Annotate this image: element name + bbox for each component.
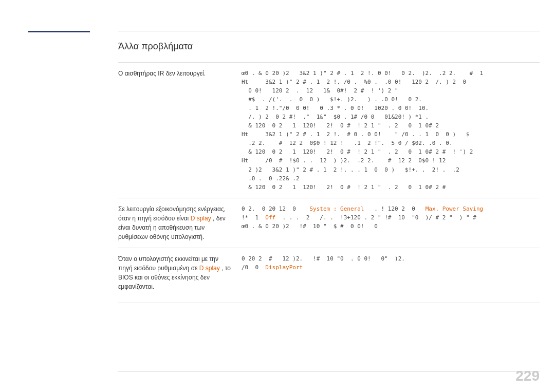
max-power-saving-highlight: Max. Power Saving	[425, 206, 484, 212]
issue-description-boot: Όταν ο υπολογιστής εκκινείται με την πηγ…	[118, 254, 242, 291]
displayport-highlight: DisplayPort	[265, 264, 303, 271]
issue-row-ir: Ο αισθητήρας IR δεν λειτουργεί. œ0 . & 0…	[118, 62, 540, 198]
issue-row-boot: Όταν ο υπολογιστής εκκινείται με την πηγ…	[118, 248, 540, 297]
top-rule	[118, 31, 540, 31]
system-general-highlight: System : General	[309, 206, 364, 212]
bottom-rule	[118, 371, 540, 371]
issue-content-ir: œ0 . & 0 20 )2 3&2 1 )" 2 # . 1 2 !. 0 0…	[242, 69, 540, 192]
section-title: Άλλα προβλήματα	[118, 41, 540, 52]
off-highlight: Off	[265, 214, 275, 221]
issue-description-power: Σε λειτουργία εξοικονόμησης ενέργειας, ό…	[118, 204, 242, 241]
issue-description-ir: Ο αισθητήρας IR δεν λειτουργεί.	[118, 69, 242, 78]
bottom-content-rule	[118, 303, 540, 303]
content-area: Άλλα προβλήματα Ο αισθητήρας IR δεν λειτ…	[118, 41, 540, 361]
page: Άλλα προβλήματα Ο αισθητήρας IR δεν λειτ…	[0, 0, 555, 392]
highlight-dsplay-power: D splay	[191, 215, 213, 222]
sidebar-accent	[28, 31, 90, 32]
issue-content-boot: 0 20 2 # 12 )2. !# 10 "0 . 0 0! 0" )2. /…	[242, 254, 540, 272]
page-number: 229	[515, 368, 540, 384]
issue-row-power: Σε λειτουργία εξοικονόμησης ενέργειας, ό…	[118, 198, 540, 248]
highlight-dsplay-boot: D splay	[199, 265, 221, 272]
issue-content-power: 0 2. 0 20 12 0 System : General . ! 120 …	[242, 204, 540, 231]
